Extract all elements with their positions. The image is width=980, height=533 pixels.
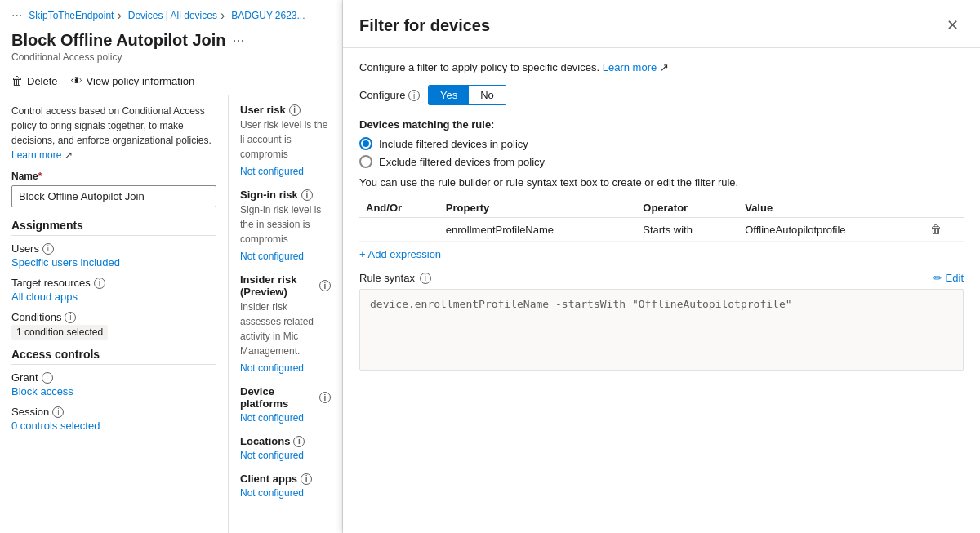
col-property: Property [439,198,636,218]
device-platforms-label: Device platforms [240,385,316,410]
cell-property: enrollmentProfileName [439,218,636,242]
name-label: Name* [11,171,216,182]
delete-button[interactable]: 🗑 Delete [11,74,58,87]
delete-label: Delete [27,75,58,87]
user-risk-info-icon[interactable]: i [289,104,301,116]
users-info-icon[interactable]: i [42,243,54,255]
conditions-detail-panel: User risk i User risk level is the li ac… [229,95,342,533]
target-resources-value[interactable]: All cloud apps [11,291,78,303]
breadcrumb-devices[interactable]: Devices | All devices [128,10,217,21]
include-radio[interactable] [359,137,372,150]
include-label: Include filtered devices in policy [379,138,528,150]
client-apps-info-icon[interactable]: i [301,473,312,485]
col-and-or: And/Or [359,198,439,218]
session-info-icon[interactable]: i [52,406,64,418]
insider-risk-info-icon[interactable]: i [319,280,331,291]
configure-row: Configure i Yes No [359,85,964,105]
grant-info-icon[interactable]: i [42,372,53,384]
users-setting: Users i Specific users included [11,242,216,269]
exclude-radio[interactable] [359,155,372,168]
breadcrumb-device[interactable]: BADGUY-2623... [231,10,305,21]
view-icon: 👁 [71,74,82,87]
edit-button[interactable]: ✏ Edit [933,272,964,284]
toggle-no-button[interactable]: No [469,86,506,104]
rule-table: And/Or Property Operator Value enrollmen… [359,198,964,242]
learn-more-link[interactable]: Learn more [11,149,61,161]
breadcrumb-skip[interactable]: SkipToTheEndpoint [29,10,114,21]
col-operator: Operator [636,198,738,218]
target-resources-setting: Target resources i All cloud apps [11,277,216,303]
grant-setting: Grant i Block access [11,371,216,398]
sign-in-risk-section: Sign-in risk i Sign-in risk level is the… [240,189,331,262]
locations-status[interactable]: Not configured [240,450,304,461]
cell-operator: Starts with [636,218,738,242]
cell-and-or [359,218,439,242]
client-apps-status[interactable]: Not configured [240,487,304,499]
rule-syntax-label-text: Rule syntax [359,272,415,284]
policy-title: Block Offline Autopilot Join [11,31,226,50]
insider-risk-status[interactable]: Not configured [240,362,304,374]
devices-matching-label: Devices matching the rule: [359,118,964,131]
filter-panel: Filter for devices ✕ Configure a filter … [343,0,980,533]
user-risk-desc: User risk level is the li account is com… [240,118,331,162]
device-platforms-status[interactable]: Not configured [240,412,304,424]
locations-section: Locations i Not configured [240,435,331,461]
locations-info-icon[interactable]: i [293,436,305,447]
users-value[interactable]: Specific users included [11,256,120,269]
toggle-yes-button[interactable]: Yes [429,86,469,104]
delete-icon: 🗑 [11,74,23,87]
cell-value: OfflineAutopilotprofile [738,218,924,242]
breadcrumb: ··· SkipToTheEndpoint › Devices | All de… [0,0,342,28]
conditions-info-icon[interactable]: i [65,312,76,323]
access-controls-title: Access controls [11,348,216,365]
configure-label: Configure i [359,89,420,102]
insider-risk-desc: Insider risk assesses related activity i… [240,300,331,358]
policy-details-panel: Control access based on Conditional Acce… [0,95,229,533]
sign-in-risk-info-icon[interactable]: i [301,189,313,201]
device-platforms-info-icon[interactable]: i [319,392,331,403]
rule-syntax-row: Rule syntax i ✏ Edit [359,272,964,284]
rule-syntax-info-icon[interactable]: i [420,273,431,284]
add-expression-button[interactable]: + Add expression [359,248,441,260]
rule-description: You can use the rule builder or rule syn… [359,176,964,189]
toolbar: 🗑 Delete 👁 View policy information [0,69,342,95]
breadcrumb-dots[interactable]: ··· [11,8,22,23]
target-info-icon[interactable]: i [94,278,105,289]
filter-panel-header: Filter for devices ✕ [343,0,980,48]
view-policy-button[interactable]: 👁 View policy information [71,74,195,87]
locations-label: Locations [240,435,290,447]
exclude-option[interactable]: Exclude filtered devices from policy [359,155,964,168]
conditions-setting: Conditions i 1 condition selected [11,311,216,340]
policy-name-input[interactable] [11,185,216,207]
session-setting: Session i 0 controls selected [11,406,216,432]
policy-menu-dots[interactable]: ··· [233,32,245,49]
assignments-section-title: Assignments [11,219,216,236]
user-risk-label: User risk [240,104,286,116]
rule-syntax-textarea[interactable] [359,289,964,371]
filter-learn-more[interactable]: Learn more [603,61,657,73]
add-expression-label: + Add expression [359,248,441,260]
filter-panel-title: Filter for devices [359,16,490,35]
conditions-badge[interactable]: 1 condition selected [11,325,108,340]
sign-in-risk-status[interactable]: Not configured [240,251,304,262]
user-risk-section: User risk i User risk level is the li ac… [240,104,331,177]
include-option[interactable]: Include filtered devices in policy [359,137,964,150]
device-platforms-section: Device platforms i Not configured [240,385,331,424]
sign-in-risk-desc: Sign-in risk level is the in session is … [240,202,331,247]
configure-info-icon[interactable]: i [408,90,420,101]
sign-in-risk-label: Sign-in risk [240,189,298,201]
user-risk-status[interactable]: Not configured [240,166,304,177]
session-value[interactable]: 0 controls selected [11,420,100,432]
edit-label: Edit [946,272,964,284]
policy-header: Block Offline Autopilot Join ··· Conditi… [0,28,342,69]
client-apps-section: Client apps i Not configured [240,473,331,499]
client-apps-label: Client apps [240,473,297,485]
delete-row-icon[interactable]: 🗑 [930,223,942,236]
filter-description: Configure a filter to apply policy to sp… [359,61,964,73]
close-button[interactable]: ✕ [942,15,964,36]
policy-subtitle: Conditional Access policy [11,51,331,63]
grant-value[interactable]: Block access [11,385,74,398]
view-policy-label: View policy information [87,75,195,87]
insider-risk-label: Insider risk (Preview) [240,273,316,298]
configure-toggle[interactable]: Yes No [428,85,506,105]
